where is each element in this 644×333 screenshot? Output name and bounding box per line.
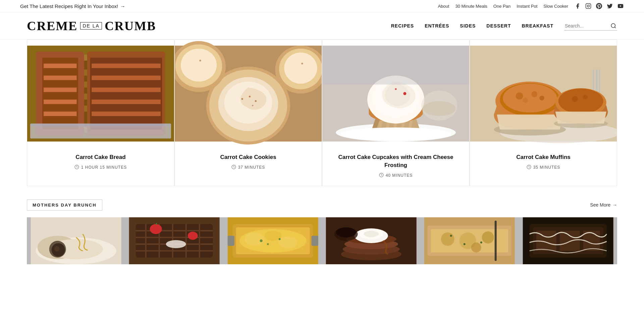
carrot-muffins-img [470,40,617,147]
svg-point-57 [395,88,396,90]
recipe-card-2[interactable]: Carrot Cake Cupcakes with Cream Cheese F… [322,40,470,186]
recipe-image-0 [27,40,174,147]
recipe-image-1 [175,40,322,147]
svg-point-78 [558,89,603,114]
svg-rect-18 [44,100,76,104]
logo-crumb: CRUMB [105,18,156,33]
recipe-title-1: Carrot Cake Cookies [180,153,316,161]
svg-point-114 [260,239,262,242]
header: CREME DE LA CRUMB RECIPES ENTRÉES SIDES … [0,12,644,40]
svg-point-130 [441,232,454,246]
svg-rect-26 [92,112,161,116]
svg-rect-19 [44,112,76,116]
strip-img-1[interactable] [125,217,223,264]
top-bar-right: About 30 Minute Meals One Pan Instant Po… [438,3,624,9]
svg-point-4 [611,23,615,27]
strip-img-2[interactable] [224,217,322,264]
carrot-cookies-img [175,40,322,147]
twitter-icon[interactable] [606,3,613,9]
recipe-info-1: Carrot Cake Cookies 37 MINUTES [175,147,322,178]
clock-icon-2 [379,173,384,178]
about-link[interactable]: About [438,4,449,9]
youtube-icon[interactable] [617,3,624,9]
search-box[interactable] [564,21,617,31]
svg-rect-22 [92,64,161,68]
svg-rect-14 [42,58,78,130]
clock-icon-0 [74,165,79,170]
time-text-3: 35 MINUTES [533,165,560,170]
recipe-title-0: Carrot Cake Bread [33,153,169,161]
svg-point-61 [423,101,455,116]
announcement-bar[interactable]: Get The Latest Recipes Right In Your Inb… [20,3,125,9]
svg-rect-67 [599,69,600,94]
nav-sides[interactable]: SIDES [460,23,476,29]
recipe-info-3: Carrot Cake Muffins 35 MINUTES [470,147,617,178]
see-more-arrow: → [612,202,617,208]
svg-point-115 [278,238,280,240]
instant-pot-link[interactable]: Instant Pot [517,4,537,9]
svg-point-109 [244,232,264,246]
svg-rect-113 [311,236,318,246]
main-nav: RECIPES ENTRÉES SIDES DESSERT BREAKFAST [391,21,617,31]
carrot-bread-img [27,40,174,147]
30min-link[interactable]: 30 Minute Meals [455,4,487,9]
search-button[interactable] [610,23,616,29]
svg-point-73 [531,91,537,97]
logo[interactable]: CREME DE LA CRUMB [27,18,156,33]
search-icon [610,23,616,29]
svg-rect-17 [44,88,76,92]
social-icons [574,3,624,9]
strip-img-0[interactable] [27,217,125,264]
svg-point-58 [340,127,451,141]
svg-point-2 [589,4,590,5]
svg-rect-89 [31,217,121,264]
nav-breakfast[interactable]: BREAKFAST [522,23,553,29]
svg-point-133 [471,242,481,253]
nav-entrees[interactable]: ENTRÉES [425,23,449,29]
svg-point-79 [572,96,578,102]
recipe-card-0[interactable]: Carrot Cake Bread 1 HOUR 15 MINUTES [27,40,174,186]
svg-point-110 [278,236,297,248]
nav-dessert[interactable]: DESSERT [486,23,511,29]
carrot-cake-row: Carrot Cake Bread 1 HOUR 15 MINUTES [27,40,617,186]
slow-cooker-link[interactable]: Slow Cooker [543,4,568,9]
pinterest-icon[interactable] [596,3,602,9]
recipe-time-3: 35 MINUTES [475,165,611,170]
strip-img-4[interactable] [420,217,519,264]
recipe-title-3: Carrot Cake Muffins [475,153,611,161]
recipe-time-0: 1 HOUR 15 MINUTES [33,165,169,170]
top-bar: Get The Latest Recipes Right In Your Inb… [0,0,644,12]
svg-rect-23 [92,75,161,80]
svg-point-71 [503,84,557,113]
instagram-icon[interactable] [585,3,592,9]
svg-point-136 [464,243,466,245]
svg-rect-104 [129,217,220,264]
svg-point-137 [480,241,482,243]
see-more-link[interactable]: See More → [590,202,617,208]
search-input[interactable] [565,23,608,29]
svg-rect-16 [44,75,76,80]
recipe-card-1[interactable]: Carrot Cake Cookies 37 MINUTES [174,40,322,186]
logo-dela: DE LA [80,22,102,30]
recipe-info-2: Carrot Cake Cupcakes with Cream Cheese F… [322,147,469,186]
svg-point-74 [539,96,544,100]
recipe-card-3[interactable]: Carrot Cake Muffins 35 MINUTES [470,40,617,186]
logo-creme: CREME [27,18,77,33]
nav-recipes[interactable]: RECIPES [391,23,414,29]
recipe-image-3 [470,40,617,147]
mothers-day-strip [27,217,617,264]
recipe-time-2: 40 MINUTES [328,173,464,178]
strip-img-3[interactable] [322,217,420,264]
one-pan-link[interactable]: One Pan [493,4,511,9]
clock-icon-1 [231,165,236,170]
facebook-icon[interactable] [574,3,581,9]
see-more-text: See More [590,202,610,208]
time-text-1: 37 MINUTES [238,165,265,170]
announcement-text: Get The Latest Recipes Right In Your Inb… [20,3,118,9]
svg-rect-142 [559,231,580,251]
mothers-day-title: MOTHERS DAY BRUNCH [27,200,102,211]
recipe-image-2 [322,40,469,147]
strip-img-5[interactable] [519,217,617,264]
carrot-cupcakes-img [322,40,469,147]
svg-point-135 [450,235,452,237]
